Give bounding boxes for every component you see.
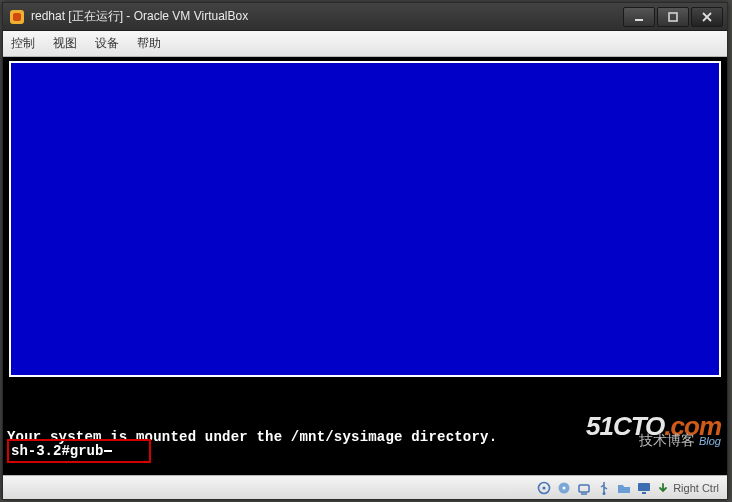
network-icon[interactable]	[576, 480, 591, 495]
display-icon[interactable]	[636, 480, 651, 495]
watermark-brand: 51CTO.com	[586, 418, 721, 434]
svg-point-12	[602, 492, 605, 495]
host-key-indicator[interactable]: Right Ctrl	[657, 482, 719, 494]
app-icon	[9, 9, 25, 25]
status-icons	[536, 480, 651, 495]
menu-control[interactable]: 控制	[11, 35, 35, 52]
watermark: 51CTO.com 技术博客Blog	[586, 418, 721, 449]
arrow-down-icon	[657, 482, 669, 494]
svg-rect-10	[579, 485, 589, 492]
optical-icon[interactable]	[556, 480, 571, 495]
svg-point-7	[542, 486, 545, 489]
watermark-sub: 技术博客Blog	[586, 432, 721, 449]
svg-rect-13	[638, 483, 650, 491]
window-title: redhat [正在运行] - Oracle VM VirtualBox	[31, 8, 623, 25]
hdd-icon[interactable]	[536, 480, 551, 495]
shared-folder-icon[interactable]	[616, 480, 631, 495]
menu-view[interactable]: 视图	[53, 35, 77, 52]
window-controls	[623, 7, 723, 27]
menu-help[interactable]: 帮助	[137, 35, 161, 52]
menubar: 控制 视图 设备 帮助	[3, 31, 727, 57]
svg-rect-1	[13, 13, 21, 21]
host-key-label: Right Ctrl	[673, 482, 719, 494]
typed-command: grub	[70, 443, 104, 459]
minimize-button[interactable]	[623, 7, 655, 27]
virtualbox-window: redhat [正在运行] - Oracle VM VirtualBox 控制 …	[2, 2, 728, 500]
rescue-dialog-box	[9, 61, 721, 377]
terminal-output: Your system is mounted under the /mnt/sy…	[7, 397, 601, 475]
usb-icon[interactable]	[596, 480, 611, 495]
svg-point-9	[562, 486, 565, 489]
svg-rect-3	[669, 13, 677, 21]
maximize-button[interactable]	[657, 7, 689, 27]
menu-devices[interactable]: 设备	[95, 35, 119, 52]
svg-rect-14	[642, 492, 646, 494]
prompt-text: sh-3.2#	[11, 443, 70, 459]
titlebar[interactable]: redhat [正在运行] - Oracle VM VirtualBox	[3, 3, 727, 31]
close-button[interactable]	[691, 7, 723, 27]
statusbar: Right Ctrl	[3, 475, 727, 499]
shell-prompt[interactable]: sh-3.2# grub	[7, 439, 151, 463]
vm-display[interactable]: Your system is mounted under the /mnt/sy…	[3, 57, 727, 475]
cursor-icon	[104, 450, 112, 452]
